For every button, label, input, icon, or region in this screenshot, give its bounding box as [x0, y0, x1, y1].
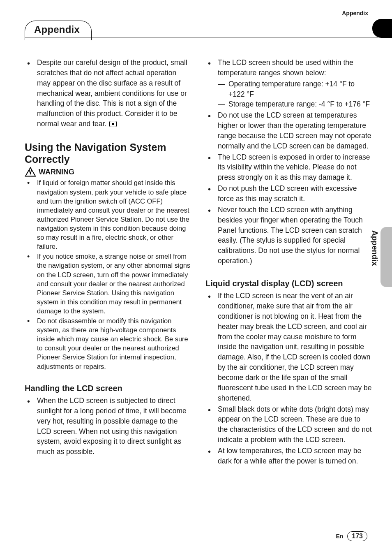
chapter-title: Appendix — [34, 24, 80, 35]
page-number: 173 — [347, 531, 367, 541]
temp-sublist: Operating temperature range: +14 °F to +… — [218, 79, 372, 110]
warning-list: If liquid or foreign matter should get i… — [25, 178, 191, 371]
body-text: At low temperatures, the LCD screen may … — [218, 447, 361, 465]
header-top-label: Appendix — [342, 10, 368, 16]
page-footer: En 173 — [336, 531, 367, 541]
body-text: Despite our careful design of the produc… — [37, 58, 187, 128]
list-item: Do not disassemble or modify this naviga… — [25, 316, 191, 371]
body-text: Storage temperature range: -4 °F to +176… — [228, 100, 370, 108]
warning-triangle-icon — [25, 167, 36, 177]
handling-list: When the LCD screen is subjected to dire… — [25, 396, 191, 457]
warning-label: WARNING — [39, 167, 74, 178]
language-code: En — [336, 533, 343, 540]
list-item: Do not push the LCD screen with excessiv… — [205, 183, 372, 204]
side-thumb-label: Appendix — [370, 230, 379, 266]
body-text: Do not use the LCD screen at temperature… — [218, 111, 371, 150]
list-item: If you notice smoke, a strange noise or … — [25, 252, 191, 315]
body-text: The LCD screen is exposed in order to in… — [218, 153, 370, 182]
section-heading: Using the Navigation System Correctly — [25, 141, 191, 165]
list-item: At low temperatures, the LCD screen may … — [205, 446, 372, 466]
body-text: When the LCD screen is subjected to dire… — [37, 396, 187, 456]
list-item: Do not use the LCD screen at temperature… — [205, 110, 372, 151]
body-text: The LCD screen should be used within the… — [218, 58, 353, 77]
body-text: If the LCD screen is near the vent of an… — [218, 292, 372, 402]
list-item: The LCD screen should be used within the… — [205, 58, 372, 109]
body-text: Small black dots or white dots (bright d… — [218, 405, 372, 444]
subsection-heading: Handling the LCD screen — [25, 382, 191, 394]
subsection-heading: Liquid crystal display (LCD) screen — [205, 278, 372, 289]
warning-header: WARNING — [25, 167, 191, 177]
page: Appendix Appendix Despite our careful de… — [0, 0, 392, 556]
header-bar: Appendix Appendix — [25, 12, 372, 40]
list-item: Never touch the LCD screen with anything… — [205, 205, 372, 266]
right-column: The LCD screen should be used within the… — [205, 58, 372, 467]
intro-list: Despite our careful design of the produc… — [25, 58, 191, 129]
body-text: Never touch the LCD screen with anything… — [218, 206, 363, 265]
lcd-list: If the LCD screen is near the vent of an… — [205, 291, 372, 466]
list-item: Storage temperature range: -4 °F to +176… — [218, 99, 372, 109]
side-thumb-tab — [380, 227, 392, 287]
left-column: Despite our careful design of the produc… — [25, 58, 191, 467]
body-text: If liquid or foreign matter should get i… — [37, 179, 189, 250]
list-item: Despite our careful design of the produc… — [25, 58, 191, 129]
list-item: If liquid or foreign matter should get i… — [25, 178, 191, 251]
body-text: Operating temperature range: +14 °F to +… — [228, 80, 355, 98]
chapter-rule — [25, 37, 380, 37]
body-text: Do not disassemble or modify this naviga… — [37, 317, 188, 370]
content-columns: Despite our careful design of the produc… — [25, 58, 372, 467]
list-item: When the LCD screen is subjected to dire… — [25, 396, 191, 457]
right-list-top: The LCD screen should be used within the… — [205, 58, 372, 266]
list-item: The LCD screen is exposed in order to in… — [205, 152, 372, 183]
list-item: Small black dots or white dots (bright d… — [205, 404, 372, 445]
body-text: Do not push the LCD screen with excessiv… — [218, 184, 357, 203]
body-text: If you notice smoke, a strange noise or … — [37, 253, 190, 315]
list-item: Operating temperature range: +14 °F to +… — [218, 79, 372, 100]
end-of-section-icon — [109, 121, 117, 127]
chapter-tab-black — [372, 19, 392, 38]
list-item: If the LCD screen is near the vent of an… — [205, 291, 372, 403]
